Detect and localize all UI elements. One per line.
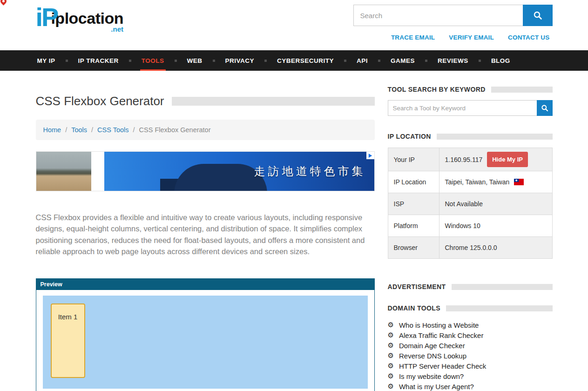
gear-icon: ⚙ bbox=[388, 352, 394, 359]
nav-item-reviews[interactable]: REVIEWS bbox=[436, 50, 470, 71]
tool-search-heading-row: TOOL SEARCH BY KEYWORD bbox=[388, 86, 553, 93]
heading-placeholder-bar bbox=[452, 284, 553, 290]
table-row: Platform Windows 10 bbox=[388, 215, 552, 236]
adchoices-icon[interactable] bbox=[366, 152, 374, 159]
header-right: TRACE EMAIL VERIFY EMAIL CONTACT US bbox=[353, 5, 553, 41]
nav-separator bbox=[425, 60, 427, 62]
domain-tool-label: Who is Hosting a Website bbox=[399, 321, 479, 329]
nav-separator bbox=[213, 60, 215, 62]
ad-dome-silhouette bbox=[174, 164, 267, 191]
header-search-bar bbox=[353, 5, 553, 26]
isp-value: Not Available bbox=[445, 200, 483, 208]
table-row: Browser Chrome 125.0.0.0 bbox=[388, 236, 552, 258]
nav-item-privacy[interactable]: PRIVACY bbox=[224, 50, 256, 71]
gear-icon: ⚙ bbox=[388, 342, 394, 349]
domain-tools-list: ⚙ Who is Hosting a Website ⚙ Alexa Traff… bbox=[388, 320, 553, 391]
page-title: CSS Flexbox Generator bbox=[36, 94, 164, 108]
trace-email-link[interactable]: TRACE EMAIL bbox=[391, 34, 435, 41]
site-logo[interactable]: iP iplocation .net bbox=[36, 5, 123, 41]
header-search-input[interactable] bbox=[353, 5, 523, 26]
gear-icon: ⚙ bbox=[388, 363, 394, 370]
nav-item-cybersecurity[interactable]: CYBERSECURITY bbox=[276, 50, 335, 71]
ip-location-value: Taipei, Taiwan, Taiwan bbox=[445, 178, 510, 186]
tool-search-button[interactable] bbox=[537, 100, 553, 116]
main-column: CSS Flexbox Generator Home Tools CSS Too… bbox=[36, 83, 375, 391]
breadcrumb-separator bbox=[87, 126, 97, 134]
domain-tool-label: Is my website down? bbox=[399, 372, 464, 380]
gear-icon: ⚙ bbox=[388, 383, 394, 390]
ip-location-heading-row: IP LOCATION bbox=[388, 133, 553, 140]
browser-label: Browser bbox=[388, 237, 439, 258]
domain-tool-hosting[interactable]: ⚙ Who is Hosting a Website bbox=[388, 320, 553, 330]
preview-panel-title: Preview bbox=[36, 279, 374, 290]
domain-tool-http-header[interactable]: ⚙ HTTP Server Header Check bbox=[388, 361, 553, 371]
breadcrumb: Home Tools CSS Tools CSS Flexbox Generat… bbox=[36, 120, 375, 140]
heading-placeholder-bar bbox=[437, 134, 553, 140]
nav-item-ip-tracker[interactable]: IP TRACKER bbox=[77, 50, 120, 71]
nav-item-web[interactable]: WEB bbox=[186, 50, 204, 71]
flexbox-preview-container: Item 1 bbox=[43, 296, 368, 389]
breadcrumb-current: CSS Flexbox Generator bbox=[139, 126, 211, 134]
your-ip-label: Your IP bbox=[388, 148, 439, 171]
nav-item-my-ip[interactable]: MY IP bbox=[36, 50, 57, 71]
breadcrumb-css-tools[interactable]: CSS Tools bbox=[97, 126, 128, 134]
domain-tools-heading: DOMAIN TOOLS bbox=[388, 304, 440, 312]
breadcrumb-separator bbox=[129, 126, 139, 134]
platform-label: Platform bbox=[388, 215, 439, 236]
domain-tool-label: Reverse DNS Lookup bbox=[399, 352, 466, 360]
breadcrumb-home[interactable]: Home bbox=[43, 126, 61, 134]
header-search-button[interactable] bbox=[523, 5, 553, 26]
domain-tool-domain-age[interactable]: ⚙ Domain Age Checker bbox=[388, 340, 553, 351]
table-row: Your IP 1.160.95.117 Hide My IP bbox=[388, 148, 552, 171]
nav-separator bbox=[344, 60, 346, 62]
domain-tool-label: What is my User Agent? bbox=[399, 383, 474, 391]
map-pin-icon bbox=[0, 0, 8, 6]
top-header: iP iplocation .net TRACE EMAIL VERIFY EM… bbox=[0, 0, 588, 50]
domain-tool-user-agent[interactable]: ⚙ What is my User Agent? bbox=[388, 381, 553, 391]
logo-text: iplocation .net bbox=[51, 9, 123, 33]
domain-tool-label: Alexa Traffic Rank Checker bbox=[399, 331, 483, 339]
gear-icon: ⚙ bbox=[388, 332, 394, 339]
table-row: ISP Not Available bbox=[388, 193, 552, 215]
platform-value: Windows 10 bbox=[445, 222, 480, 229]
breadcrumb-tools[interactable]: Tools bbox=[71, 126, 87, 134]
hide-my-ip-button[interactable]: Hide My IP bbox=[487, 152, 528, 167]
tool-search-heading: TOOL SEARCH BY KEYWORD bbox=[388, 86, 486, 93]
nav-separator bbox=[264, 60, 267, 62]
contact-us-link[interactable]: CONTACT US bbox=[508, 34, 550, 41]
tool-search-bar bbox=[388, 100, 553, 116]
domain-tool-reverse-dns[interactable]: ⚙ Reverse DNS Lookup bbox=[388, 351, 553, 361]
browser-value: Chrome 125.0.0.0 bbox=[445, 244, 497, 251]
flexbox-preview-item[interactable]: Item 1 bbox=[51, 303, 85, 378]
preview-panel-body: Item 1 bbox=[36, 290, 374, 391]
ip-info-table: Your IP 1.160.95.117 Hide My IP IP Locat… bbox=[388, 148, 553, 259]
tool-search-input[interactable] bbox=[388, 100, 537, 116]
nav-separator bbox=[66, 60, 68, 62]
intro-paragraph: CSS Flexbox provides a flexible and intu… bbox=[36, 212, 375, 257]
your-ip-value: 1.160.95.117 bbox=[445, 156, 483, 163]
gear-icon: ⚙ bbox=[388, 322, 394, 329]
ad-banner[interactable]: 走訪地道特色市集 bbox=[36, 151, 375, 191]
nav-separator bbox=[129, 60, 131, 62]
nav-item-games[interactable]: GAMES bbox=[389, 50, 416, 71]
domain-tool-alexa-rank[interactable]: ⚙ Alexa Traffic Rank Checker bbox=[388, 330, 553, 340]
nav-item-api[interactable]: API bbox=[355, 50, 369, 71]
search-icon bbox=[541, 104, 548, 112]
ad-gap bbox=[91, 152, 104, 191]
table-row: IP Location Taipei, Taiwan, Taiwan bbox=[388, 171, 552, 193]
ip-location-label: IP Location bbox=[388, 171, 439, 193]
nav-separator bbox=[175, 60, 177, 62]
preview-panel: Preview Item 1 bbox=[36, 278, 375, 391]
nav-separator bbox=[479, 60, 481, 62]
nav-item-blog[interactable]: BLOG bbox=[490, 50, 512, 71]
logo-mark: iP bbox=[36, 6, 58, 29]
domain-tool-website-down[interactable]: ⚙ Is my website down? bbox=[388, 371, 553, 381]
sidebar: TOOL SEARCH BY KEYWORD IP LOCATION Your … bbox=[388, 83, 553, 391]
nav-item-tools[interactable]: TOOLS bbox=[140, 50, 166, 71]
domain-tools-heading-row: DOMAIN TOOLS bbox=[388, 304, 553, 312]
gear-icon: ⚙ bbox=[388, 373, 394, 380]
breadcrumb-separator bbox=[61, 126, 71, 134]
verify-email-link[interactable]: VERIFY EMAIL bbox=[449, 34, 494, 41]
title-placeholder-bar bbox=[172, 97, 375, 106]
domain-tool-label: HTTP Server Header Check bbox=[399, 362, 486, 370]
